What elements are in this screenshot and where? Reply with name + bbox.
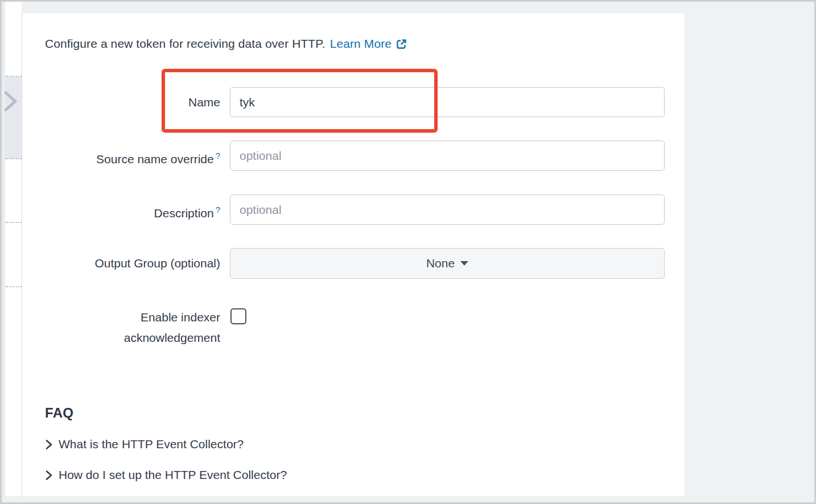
description-label: Description? [45,202,220,221]
source-override-help-icon[interactable]: ? [216,151,220,160]
row-divider [5,222,22,223]
chevron-right-icon [45,439,52,450]
name-label: Name [45,94,220,110]
faq-item-label: How do I set up the HTTP Event Collector… [59,468,287,482]
indexer-ack-label: Enable indexer acknowledgement [45,307,220,348]
learn-more-link[interactable]: Learn More [330,37,407,51]
faq-item-what-is-hec[interactable]: What is the HTTP Event Collector? [45,437,244,451]
description-label-text: Description [154,206,214,220]
output-group-dropdown[interactable]: None [230,248,665,279]
cropped-table-edge [5,2,22,496]
table-row-highlighted [5,77,22,159]
output-group-selected-value: None [426,257,455,270]
output-group-label-text: Output Group (optional) [94,257,220,270]
indexer-ack-checkbox[interactable] [230,308,246,324]
intro-line: Configure a new token for receiving data… [45,37,407,51]
description-input[interactable] [230,195,665,225]
output-group-label: Output Group (optional) [45,255,220,271]
faq-item-label: What is the HTTP Event Collector? [59,437,244,451]
indexer-ack-label-line1: Enable indexer [141,311,220,324]
external-link-icon [395,38,407,50]
intro-text: Configure a new token for receiving data… [45,37,325,51]
source-override-input[interactable] [230,141,665,171]
caret-down-icon [460,261,468,266]
row-expand-chevron-icon[interactable] [2,90,19,113]
name-input[interactable] [230,87,665,117]
faq-title: FAQ [45,405,73,421]
name-label-text: Name [188,96,220,109]
learn-more-label: Learn More [330,37,391,51]
hec-token-config-panel: Configure a new token for receiving data… [22,13,685,496]
source-override-label-text: Source name override [96,152,214,166]
row-divider [5,76,22,77]
chevron-right-icon [45,470,52,481]
source-override-label: Source name override? [45,148,220,167]
description-help-icon[interactable]: ? [216,205,220,214]
row-divider [5,286,22,287]
indexer-ack-label-line2: acknowledgement [124,331,220,344]
faq-item-how-to-setup-hec[interactable]: How do I set up the HTTP Event Collector… [45,468,287,482]
row-divider [5,158,22,159]
